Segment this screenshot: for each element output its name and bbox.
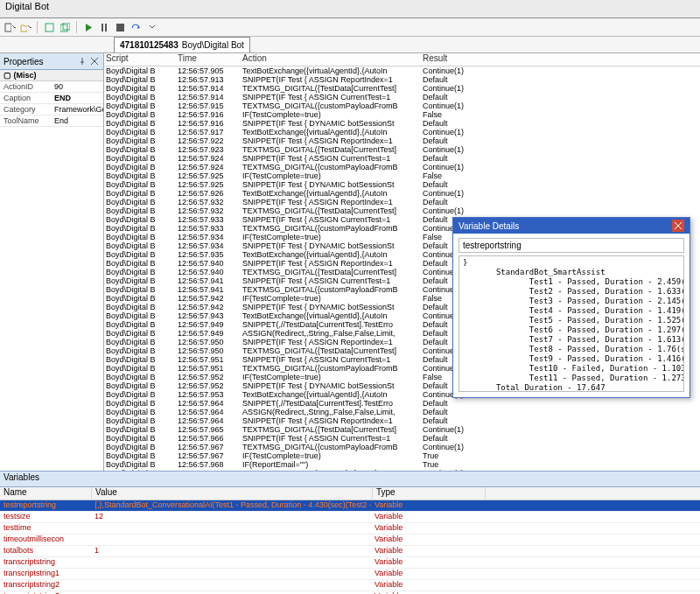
variable-details-titlebar[interactable]: Variable Details — [453, 218, 690, 234]
cell-time: 12:56:57.942 — [176, 294, 241, 303]
cell-script: Boyd\Digital B — [104, 294, 176, 303]
cell-action: SNIPPET(IF Test { ASSIGN CurrentTest=1 — [241, 154, 421, 163]
cell-script: Boyd\Digital B — [104, 390, 176, 399]
close-button[interactable] — [672, 220, 684, 232]
pin-icon[interactable] — [77, 56, 88, 66]
variables-header: Name Value Type — [0, 487, 700, 500]
col-result[interactable]: Result — [421, 53, 477, 66]
col-var-type[interactable]: Type — [373, 487, 486, 500]
trace-row[interactable]: Boyd\Digital B12:56:57.915TEXTMSG_DIGITA… — [104, 101, 700, 110]
save-button[interactable] — [43, 21, 55, 33]
svg-rect-3 — [63, 23, 70, 30]
trace-row[interactable]: Boyd\Digital B12:56:57.968IF(ReportEmail… — [104, 460, 700, 469]
trace-row[interactable]: Boyd\Digital B12:56:57.965TEXTMSG_DIGITA… — [104, 425, 700, 434]
cell-time: 12:56:57.932 — [176, 198, 241, 206]
trace-row[interactable]: Boyd\Digital B12:56:57.905TextBotExchang… — [104, 66, 700, 75]
trace-row[interactable]: Boyd\Digital B12:56:57.932TEXTMSG_DIGITA… — [104, 206, 700, 215]
trace-row[interactable]: Boyd\Digital B12:56:57.967IF(TestComplet… — [104, 451, 700, 460]
trace-row[interactable]: Boyd\Digital B12:56:57.914SNIPPET(IF Tes… — [104, 93, 700, 101]
cell-time: 12:56:57.951 — [176, 355, 241, 364]
cell-time: 12:56:57.949 — [176, 329, 241, 338]
trace-row[interactable]: Boyd\Digital B12:56:57.913SNIPPET(IF Tes… — [104, 75, 700, 84]
variable-details-dialog[interactable]: Variable Details testreportstring } Stan… — [452, 217, 690, 398]
save-icon — [45, 23, 54, 32]
col-var-name[interactable]: Name — [0, 487, 92, 500]
cell-time: 12:56:57.966 — [176, 434, 241, 443]
variable-row[interactable]: transcriptstring2Variable — [0, 580, 700, 591]
property-row[interactable]: CaptionEND — [0, 93, 103, 104]
variable-details-name[interactable]: testreportstring — [458, 238, 684, 253]
trace-row[interactable]: Boyd\Digital B12:56:57.916IF(TestComplet… — [104, 110, 700, 119]
col-var-value[interactable]: Value — [92, 487, 373, 500]
var-type: Variable — [371, 523, 483, 534]
variable-row[interactable]: testreportstring{,},StandardBot_Conversa… — [0, 500, 700, 512]
trace-row[interactable]: Boyd\Digital B12:56:57.924SNIPPET(IF Tes… — [104, 154, 700, 163]
close-icon[interactable] — [89, 56, 100, 66]
variable-row[interactable]: totalbots1Variable — [0, 546, 700, 557]
property-category[interactable]: ▢ (Misc) — [0, 70, 103, 81]
file-tab[interactable]: 471810125483 Boyd\Digital Bot — [114, 37, 250, 52]
cell-time: 12:56:57.925 — [176, 180, 241, 189]
cell-action: TextBotExchange({virtualAgentId},{AutoIn — [241, 128, 421, 136]
col-time[interactable]: Time — [176, 53, 241, 66]
cell-result: Default — [421, 93, 477, 101]
col-script[interactable]: Script — [104, 53, 176, 66]
step-over-button[interactable] — [130, 21, 142, 33]
cell-action: SNIPPET(IF Test { ASSIGN ReportIndex=1 — [241, 75, 421, 84]
variables-body[interactable]: testreportstring{,},StandardBot_Conversa… — [0, 500, 700, 594]
trace-row[interactable]: Boyd\Digital B12:56:57.967TEXTMSG_DIGITA… — [104, 443, 700, 451]
cell-script: Boyd\Digital B — [104, 373, 176, 381]
trace-row[interactable]: Boyd\Digital B12:56:57.917TextBotExchang… — [104, 128, 700, 136]
cell-action: TEXTMSG_DIGITAL({TestData[CurrentTest] — [241, 84, 421, 93]
property-row[interactable]: ActionID90 — [0, 81, 103, 93]
save-all-icon — [60, 23, 70, 32]
trace-row[interactable]: Boyd\Digital B12:56:57.964SNIPPET(IF Tes… — [104, 416, 700, 425]
step-dropdown[interactable] — [145, 21, 158, 33]
cell-script: Boyd\Digital B — [104, 311, 176, 320]
cell-result: False — [421, 171, 477, 180]
variable-row[interactable]: testsize12Variable — [0, 512, 700, 523]
property-row[interactable]: CategoryFramework\Genera — [0, 104, 103, 115]
save-all-button[interactable] — [59, 21, 71, 33]
pause-button[interactable] — [98, 21, 110, 33]
cell-script: Boyd\Digital B — [104, 224, 176, 233]
variable-details-body[interactable]: } StandardBot_SmartAssist Test1 - Passed… — [458, 255, 684, 392]
trace-row[interactable]: Boyd\Digital B12:56:57.925SNIPPET(IF Tes… — [104, 180, 700, 189]
trace-row[interactable]: Boyd\Digital B12:56:57.916SNIPPET(IF Tes… — [104, 119, 700, 128]
cell-script: Boyd\Digital B — [104, 303, 176, 311]
cell-time: 12:56:57.941 — [176, 276, 241, 285]
cell-time: 12:56:57.967 — [176, 443, 241, 451]
var-name: testtime — [0, 523, 91, 534]
variable-row[interactable]: timeoutmilliseconVariable — [0, 535, 700, 546]
trace-row[interactable]: Boyd\Digital B12:56:57.969TEXTMSG_DIGITA… — [104, 469, 700, 471]
cell-action: TEXTMSG_DIGITAL({customPayloadFromB — [241, 285, 421, 294]
cell-result: Default — [421, 416, 477, 425]
new-dropdown[interactable] — [4, 21, 16, 33]
trace-row[interactable]: Boyd\Digital B12:56:57.923TEXTMSG_DIGITA… — [104, 145, 700, 154]
cell-action: SNIPPET(IF Test { DYNAMIC botSessionSt — [241, 381, 421, 390]
trace-row[interactable]: Boyd\Digital B12:56:57.914TEXTMSG_DIGITA… — [104, 84, 700, 93]
property-row[interactable]: ToolNameEnd — [0, 115, 103, 127]
open-dropdown[interactable] — [19, 21, 32, 33]
variable-row[interactable]: transcriptstringVariable — [0, 557, 700, 569]
trace-row[interactable]: Boyd\Digital B12:56:57.964ASSIGN(Redirec… — [104, 408, 700, 416]
var-name: transcriptstring1 — [0, 569, 91, 579]
stop-button[interactable] — [114, 21, 126, 33]
trace-row[interactable]: Boyd\Digital B12:56:57.964SNIPPET(,//Tes… — [104, 399, 700, 408]
variable-row[interactable]: testtimeVariable — [0, 523, 700, 535]
col-action[interactable]: Action — [241, 53, 421, 66]
trace-row[interactable]: Boyd\Digital B12:56:57.932SNIPPET(IF Tes… — [104, 198, 700, 206]
cell-action: SNIPPET(,//TestData[CurrentTest].TestErr… — [241, 399, 421, 408]
trace-row[interactable]: Boyd\Digital B12:56:57.924TEXTMSG_DIGITA… — [104, 163, 700, 171]
var-value — [91, 523, 371, 534]
variable-row[interactable]: transcriptstring1Variable — [0, 569, 700, 580]
var-name: transcriptstring — [0, 557, 91, 568]
trace-row[interactable]: Boyd\Digital B12:56:57.966SNIPPET(IF Tes… — [104, 434, 700, 443]
trace-row[interactable]: Boyd\Digital B12:56:57.922SNIPPET(IF Tes… — [104, 136, 700, 145]
trace-row[interactable]: Boyd\Digital B12:56:57.925IF(TestComplet… — [104, 171, 700, 180]
cell-script: Boyd\Digital B — [104, 346, 176, 355]
play-button[interactable] — [82, 21, 94, 33]
cell-action: TEXTMSG_DIGITAL({customPayloadFromB — [241, 224, 421, 233]
cell-script: Boyd\Digital B — [104, 268, 176, 276]
trace-row[interactable]: Boyd\Digital B12:56:57.926TextBotExchang… — [104, 189, 700, 198]
